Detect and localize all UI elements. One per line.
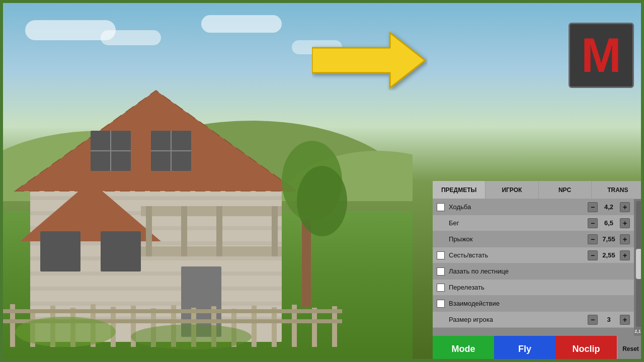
- svg-rect-17: [141, 246, 282, 256]
- checkbox-walk[interactable]: [437, 203, 445, 211]
- scroll-side-value: 2,15: [634, 329, 643, 334]
- svg-rect-49: [0, 309, 342, 313]
- checkbox-climb[interactable]: [437, 284, 445, 292]
- settings-panel: ПРЕДМЕТЫИГРОКNPCTRANS Ходьба−4,2+Бег−6,5…: [433, 181, 644, 362]
- value-sit: 2,55: [600, 251, 618, 259]
- row-sit: Сесть/встать−2,55+: [433, 247, 634, 263]
- label-jump: Прыжок: [449, 235, 588, 243]
- label-run: Бег: [449, 219, 588, 227]
- svg-rect-11: [30, 302, 282, 306]
- checkbox-ladder[interactable]: [437, 267, 445, 276]
- value-run: 6,5: [600, 219, 618, 227]
- panel-content: Ходьба−4,2+Бег−6,5+Прыжок−7,55+Сесть/вст…: [433, 199, 634, 336]
- svg-rect-47: [312, 308, 317, 347]
- svg-rect-28: [40, 231, 80, 272]
- scroll-track[interactable]: [636, 201, 642, 327]
- label-climb: Перелезать: [449, 284, 630, 291]
- svg-rect-20: [216, 206, 222, 256]
- svg-rect-18: [146, 206, 152, 256]
- bottom-buttons-row: Mode Fly Noclip Reset: [433, 336, 644, 362]
- arrow-indicator: [312, 30, 428, 90]
- label-size: Размер игрока: [449, 316, 588, 323]
- tab-предметы[interactable]: ПРЕДМЕТЫ: [433, 181, 486, 199]
- value-size: 3: [600, 316, 618, 323]
- label-walk: Ходьба: [449, 203, 588, 211]
- svg-point-55: [131, 324, 252, 349]
- row-jump: Прыжок−7,55+: [433, 231, 634, 247]
- tab-игрок[interactable]: ИГРОК: [486, 181, 538, 199]
- checkbox-interact[interactable]: [437, 300, 445, 308]
- fly-button[interactable]: Fly: [494, 336, 555, 362]
- value-jump: 7,55: [600, 235, 618, 243]
- minus-jump[interactable]: −: [588, 234, 598, 244]
- row-interact: Взаимодействие: [433, 296, 634, 312]
- svg-rect-10: [30, 287, 282, 291]
- label-interact: Взаимодействие: [449, 300, 630, 307]
- svg-rect-21: [272, 206, 278, 256]
- svg-rect-16: [141, 206, 282, 216]
- label-ladder: Лазать по лестнице: [449, 267, 630, 275]
- tab-npc[interactable]: NPC: [539, 181, 592, 199]
- mode-button[interactable]: Mode: [433, 336, 494, 362]
- row-ladder: Лазать по лестнице: [433, 263, 634, 280]
- checkbox-sit[interactable]: [437, 251, 445, 259]
- svg-point-54: [15, 317, 116, 347]
- minus-sit[interactable]: −: [588, 250, 598, 260]
- plus-sit[interactable]: +: [620, 250, 630, 260]
- tab-trans[interactable]: TRANS: [592, 181, 644, 199]
- svg-rect-9: [30, 272, 282, 276]
- row-climb: Перелезать: [433, 280, 634, 296]
- noclip-button[interactable]: Noclip: [555, 336, 617, 362]
- m-logo-box: M: [569, 23, 634, 88]
- minus-run[interactable]: −: [588, 218, 598, 228]
- svg-marker-56: [312, 33, 425, 88]
- scroll-thumb[interactable]: [636, 249, 642, 279]
- reset-button[interactable]: Reset: [617, 336, 644, 362]
- value-walk: 4,2: [600, 203, 618, 211]
- plus-jump[interactable]: +: [620, 234, 630, 244]
- plus-run[interactable]: +: [620, 218, 630, 228]
- svg-rect-29: [101, 231, 141, 272]
- minus-walk[interactable]: −: [588, 202, 598, 212]
- minus-size[interactable]: −: [588, 315, 598, 325]
- svg-rect-19: [181, 206, 187, 256]
- panel-body: Ходьба−4,2+Бег−6,5+Прыжок−7,55+Сесть/вст…: [433, 199, 644, 336]
- plus-walk[interactable]: +: [620, 202, 630, 212]
- tabs-row: ПРЕДМЕТЫИГРОКNPCTRANS: [433, 181, 644, 199]
- m-letter: M: [581, 31, 621, 79]
- row-walk: Ходьба−4,2+: [433, 199, 634, 215]
- row-run: Бег−6,5+: [433, 215, 634, 231]
- plus-size[interactable]: +: [620, 315, 630, 325]
- scrollbar[interactable]: 2,15: [634, 199, 644, 336]
- svg-rect-4: [30, 196, 282, 200]
- svg-point-53: [297, 166, 347, 236]
- label-sit: Сесть/встать: [449, 251, 588, 259]
- row-size: Размер игрока−3+: [433, 312, 634, 328]
